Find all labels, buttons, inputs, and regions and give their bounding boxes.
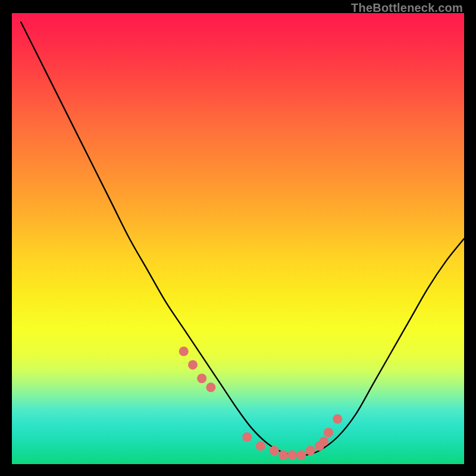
highlight-dots xyxy=(179,347,342,460)
plot-area xyxy=(12,13,464,464)
chart-stage: TheBottleneck.com xyxy=(0,0,476,476)
highlight-dot xyxy=(287,450,297,460)
highlight-dot xyxy=(324,428,333,437)
highlight-dot xyxy=(333,414,342,424)
highlight-dot xyxy=(206,383,215,392)
highlight-dot xyxy=(256,441,265,451)
highlight-dot xyxy=(270,446,279,455)
highlight-dot xyxy=(296,450,306,460)
highlight-dot xyxy=(197,374,206,383)
highlight-dot xyxy=(188,360,198,369)
highlight-dot xyxy=(319,437,328,446)
bottleneck-curve xyxy=(21,22,464,456)
curve-svg xyxy=(12,13,464,464)
highlight-dot xyxy=(306,446,315,455)
highlight-dot xyxy=(179,347,189,356)
highlight-dot xyxy=(242,433,252,442)
highlight-dot xyxy=(278,450,288,460)
